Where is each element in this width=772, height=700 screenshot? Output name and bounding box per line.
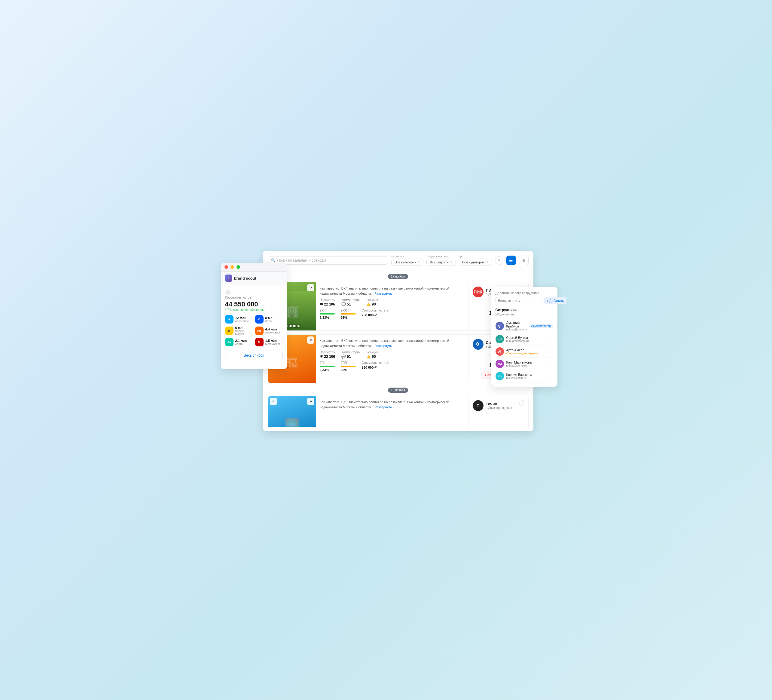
channel-sub-3: в Движ про недвиж [486,406,513,410]
colleague-more-1[interactable]: ⋮ [549,337,553,342]
category-label: Категория [391,255,424,258]
err-metric-1: ERR ⓘ 25% [341,309,356,319]
brand-title: brand scout [234,276,256,280]
cost-value-1: 250 000 ₽ [362,313,389,317]
add-colleague-form: + Добавить [496,297,553,304]
er-value-1: 2,33% [320,316,335,319]
expand-button-1[interactable]: Развернуть [375,292,392,295]
search-box[interactable]: 🔍 Поиск по каналам и брендам [268,256,389,265]
brand-item-yandex-eda[interactable]: ЯЕ 4.4 млн Яндекс Еда [255,326,283,336]
category-chevron: ▼ [418,261,420,264]
colleague-item-3: КМ Катя Мартынова m.katy@comp.ru ⋮ [496,358,553,370]
brand-logo-megamarket: М [255,338,263,346]
views-value-2: 22 106 [324,354,335,359]
brand-item-avito[interactable]: Ав 2.1 млн Авито [225,338,253,346]
post-card-1: ☆ ↗ Дома хорошо 🏢 Дома хорошо Как извест… [268,282,528,331]
brand-item-megamarket[interactable]: М 1.5 млн Мегамаркет [255,338,283,346]
cost-metric-2: Стоимость поста ⓘ 250 000 ₽ [362,361,389,372]
post-body-1: Как известно, БКЛ значительно повлияла н… [316,282,468,330]
search-input-placeholder: Поиск по каналам и брендам [277,258,326,262]
expand-button-3[interactable]: Развернуть [375,405,392,409]
audience-value: Вся аудитория [462,261,485,264]
colleague-email-1: m.bugra@comp.ru [506,339,546,343]
reactions-metric-1: Реакции 👍 90 [366,298,378,307]
reactions-icon-1: 👍 [366,302,371,307]
main-header: 🔍 Поиск по каналам и брендам Категория В… [263,251,533,270]
colleague-more-2[interactable]: ⋮ [549,349,553,354]
views-value-1: 22 106 [324,302,335,307]
colleagues-count: 5/6 добавлено [496,313,553,316]
colleague-name-2: Артем Исаc [506,348,546,352]
channel-avatar-3: Т [473,400,484,411]
all-list-button[interactable]: Весь список [225,351,283,360]
post-body-2: Как известно, БКЛ значительно повлияла н… [316,334,468,383]
colleague-item-0: ДК Дмитрий Крайнов m.krug@comp.ru Админи… [496,319,553,333]
list-view-button[interactable]: ☰ [506,256,516,265]
posts-views-trend: ↑ 7% выше прошлой недели [225,308,283,311]
date-badge-18: 18 ноября [388,388,408,393]
add-colleague-button[interactable]: + Добавить [544,297,566,304]
brand-item-aviasales[interactable]: ✈ 12 млн Авиасейлс [225,315,253,323]
left-brand-panel: b brand scout ▲ Просмотры постов 44 550 … [221,263,287,369]
audience-label: ЦА [459,255,492,258]
colleague-more-4[interactable]: ⋮ [549,374,553,379]
brand-icon: b [225,275,232,282]
colleague-name-4: Ксения Базькина [506,373,546,377]
err-value-2: 25% [341,368,356,372]
post-image-3: ☆ ↗ 🌅 [268,396,316,427]
er-bar-2 [320,366,335,367]
comments-metric-1: Комментарии 💬 51 [341,298,360,307]
brand-item-yandex-market[interactable]: Я 6 млн Яндекс Маркет [225,326,253,336]
colleague-avatar-2: AI [496,347,504,356]
colleague-avatar-4: КБ [496,372,504,380]
search-icon: 🔍 [271,258,276,262]
brand-logo-aviasales: ✈ [225,315,234,323]
posts-views-number: 44 550 000 [225,300,283,308]
category-select[interactable]: Все категории ▼ [391,259,424,266]
social-select[interactable]: Все соцсети ▼ [427,259,456,266]
channel-avatar-2: ✈ [473,339,484,350]
colleague-email-0: m.krug@comp.ru [506,328,527,331]
grid-view-button[interactable]: ⊞ [519,256,528,265]
brand-item-ozon[interactable]: O 8 млн Ozon [255,315,283,323]
browser-dot-green [237,265,240,269]
clear-filters-button[interactable]: ✕ [495,256,503,265]
channel-card-3: Т Точно в Движ про недвиж › [468,396,528,427]
colleague-item-1: SB Сергей Бугеза m.bugra@comp.ru ⋮ [496,333,553,346]
expand-button-2[interactable]: Развернуть [375,344,392,348]
brand-logo-yandex-eda: ЯЕ [255,326,263,335]
date-badge-17: 17 ноября [388,274,408,279]
err-value-1: 25% [341,316,356,319]
email-input[interactable] [496,297,542,304]
reactions-icon-2: 👍 [366,354,371,359]
audience-filter: ЦА Вся аудитория ▼ [459,255,492,266]
share-button-2[interactable]: ↗ [307,336,314,344]
colleague-item-2: AI Артем Исаc Ожидает подтверждения ⋮ [496,346,553,358]
views-metric-1: Просмотры 👁 22 106 [320,298,336,307]
channel-arrow-3[interactable]: › [519,400,525,406]
audience-chevron: ▼ [486,261,489,264]
err-bar-2 [341,366,356,367]
post-card-3: ☆ ↗ 🌅 Как известно, БКЛ значительно повл… [268,396,528,427]
views-metric-2: Просмотры 👁 22 106 [320,351,336,359]
browser-dot-red [224,265,228,269]
colleague-avatar-1: SB [496,335,504,343]
audience-select[interactable]: Вся аудитория ▼ [459,259,492,266]
share-button-3[interactable]: ↗ [307,398,314,405]
colleague-role-0: Администратор [530,324,553,328]
reactions-value-2: 90 [372,354,376,359]
er-value-2: 2,33% [320,368,335,372]
channel-name-3: Точно [486,402,513,406]
social-value: Все соцсети [430,261,448,264]
comments-value-1: 51 [347,302,351,307]
cost-value-2: 250 000 ₽ [362,366,389,370]
reactions-metric-2: Реакции 👍 90 [366,351,378,359]
colleague-more-0[interactable]: ⋮ [555,323,559,328]
brand-logo-yandex-market: Я [225,326,234,335]
colleague-avatar-3: КМ [496,360,504,368]
err-metric-2: ERR ⓘ 25% [341,361,356,372]
comments-value-2: 51 [347,354,351,359]
star-button-3[interactable]: ☆ [270,398,277,405]
colleague-more-3[interactable]: ⋮ [549,361,553,366]
err-bar-1 [341,313,356,315]
